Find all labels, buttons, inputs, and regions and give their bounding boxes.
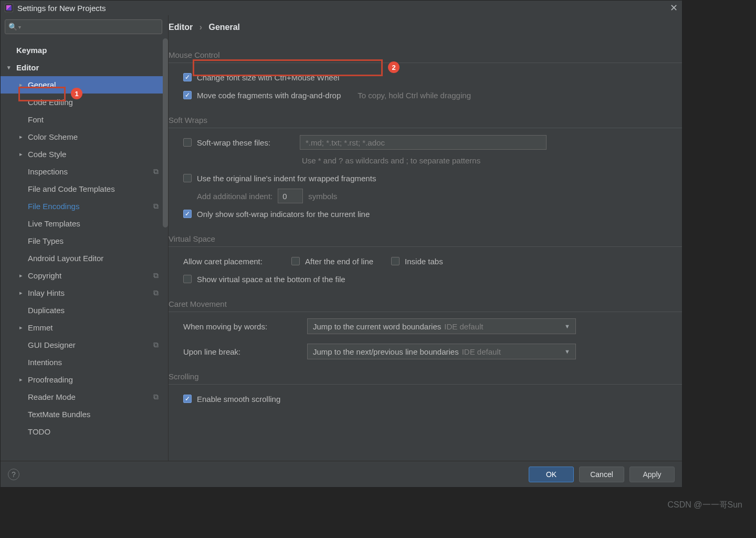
breadcrumb: Editor › General: [169, 15, 682, 40]
tree-item-file-types[interactable]: File Types: [1, 232, 168, 250]
cancel-button[interactable]: Cancel: [579, 467, 624, 482]
checkbox[interactable]: [291, 257, 300, 265]
tree-item-intentions[interactable]: Intentions: [1, 354, 168, 371]
checkbox[interactable]: [183, 210, 192, 218]
search-input[interactable]: 🔍 ▾: [5, 19, 162, 34]
label-line-break: Upon line break:: [183, 347, 302, 356]
label-allow-caret: Allow caret placement:: [183, 257, 286, 266]
label-by-words: When moving by words:: [183, 322, 302, 331]
checkbox[interactable]: [183, 138, 192, 147]
tree-item-color-scheme[interactable]: ▸Color Scheme: [1, 128, 168, 146]
tree-item-code-editing[interactable]: Code Editing: [1, 94, 168, 111]
chevron-right-icon: ▸: [19, 81, 23, 88]
annotation-badge-1: 1: [71, 88, 82, 99]
section-scrolling: Scrolling: [169, 370, 682, 385]
tree-item-code-style[interactable]: ▸Code Style: [1, 146, 168, 163]
section-caret-movement: Caret Movement: [169, 297, 682, 312]
tree-item-live-templates[interactable]: Live Templates: [1, 215, 168, 232]
tree-item-gui-designer[interactable]: GUI Designer⧉: [1, 336, 168, 354]
option-move-fragments[interactable]: Move code fragments with drag-and-drop: [197, 91, 341, 100]
scope-icon: ⧉: [153, 202, 159, 211]
chevron-down-icon: ▼: [564, 323, 570, 329]
chevron-right-icon: ▸: [19, 289, 23, 296]
chevron-right-icon: ▸: [19, 376, 23, 383]
tree-item-duplicates[interactable]: Duplicates: [1, 302, 168, 319]
select-by-words[interactable]: Jump to the current word boundariesIDE d…: [307, 318, 576, 334]
checkbox[interactable]: [183, 395, 192, 403]
scope-icon: ⧉: [153, 167, 159, 176]
apply-button[interactable]: Apply: [629, 467, 675, 482]
breadcrumb-item[interactable]: Editor: [169, 23, 193, 32]
main-panel: Editor › General Mouse Control Change fo…: [169, 15, 682, 461]
option-show-virtual-space[interactable]: Show virtual space at the bottom of the …: [197, 275, 345, 284]
checkbox[interactable]: [183, 174, 192, 182]
watermark: CSDN @一一哥Sun: [668, 500, 743, 511]
tree-item-general[interactable]: ▸General: [1, 76, 168, 94]
tree-item-textmate[interactable]: TextMate Bundles: [1, 406, 168, 423]
option-use-original-indent[interactable]: Use the original line's indent for wrapp…: [197, 174, 376, 183]
tree-item-file-encodings[interactable]: File Encodings⧉: [1, 198, 168, 215]
chevron-right-icon: ▸: [19, 324, 23, 331]
section-soft-wraps: Soft Wraps: [169, 113, 682, 128]
label-symbols: symbols: [308, 192, 337, 201]
annotation-badge-2: 2: [388, 61, 400, 73]
label-add-indent: Add additional indent:: [197, 192, 272, 201]
tree-item-editor[interactable]: ▾Editor: [1, 59, 168, 76]
chevron-down-icon: ▾: [7, 64, 10, 71]
additional-indent-input[interactable]: [278, 189, 303, 203]
checkbox[interactable]: [391, 257, 400, 265]
sidebar: 🔍 ▾ Keymap ▾Editor ▸General Code Editing…: [1, 15, 169, 461]
checkbox[interactable]: [183, 275, 192, 283]
option-change-font-size[interactable]: Change font size with Ctrl+Mouse Wheel: [183, 68, 682, 86]
tree-item-inspections[interactable]: Inspections⧉: [1, 163, 168, 180]
option-smooth-scrolling[interactable]: Enable smooth scrolling: [197, 395, 280, 404]
ok-button[interactable]: OK: [529, 467, 574, 482]
tree-item-font[interactable]: Font: [1, 111, 168, 128]
tree-item-proofreading[interactable]: ▸Proofreading: [1, 371, 168, 388]
tree-item-android-layout[interactable]: Android Layout Editor: [1, 250, 168, 267]
dropdown-icon[interactable]: ▾: [18, 24, 21, 30]
soft-wrap-patterns-input[interactable]: *.md; *.txt; *.rst; *.adoc: [300, 135, 547, 150]
window-title: Settings for New Projects: [17, 4, 106, 13]
close-icon[interactable]: ✕: [670, 2, 678, 14]
option-only-show-indicators[interactable]: Only show soft-wrap indicators for the c…: [197, 210, 370, 219]
tree-item-copyright[interactable]: ▸Copyright⧉: [1, 267, 168, 284]
help-button[interactable]: ?: [8, 469, 19, 480]
settings-tree: Keymap ▾Editor ▸General Code Editing Fon…: [1, 38, 168, 461]
chevron-down-icon: ▼: [564, 348, 570, 355]
scope-icon: ⧉: [153, 271, 159, 280]
sidebar-scrollbar[interactable]: [163, 38, 168, 461]
section-virtual-space: Virtual Space: [169, 232, 682, 247]
scope-icon: ⧉: [153, 288, 159, 297]
option-after-eol[interactable]: After the end of line: [305, 257, 373, 266]
chevron-right-icon: ▸: [19, 151, 23, 158]
tree-item-keymap[interactable]: Keymap: [1, 42, 168, 59]
tree-item-todo[interactable]: TODO: [1, 423, 168, 440]
option-inside-tabs[interactable]: Inside tabs: [405, 257, 443, 266]
dialog-footer: ? OK Cancel Apply: [1, 461, 682, 487]
checkbox[interactable]: [183, 91, 192, 99]
title-bar: Settings for New Projects ✕: [1, 1, 682, 15]
app-icon: [5, 4, 13, 12]
chevron-right-icon: ▸: [19, 272, 23, 279]
search-icon: 🔍: [8, 23, 17, 31]
scope-icon: ⧉: [153, 392, 159, 401]
tree-item-emmet[interactable]: ▸Emmet: [1, 319, 168, 336]
hint-text: To copy, hold Ctrl while dragging: [358, 91, 471, 100]
section-mouse-control: Mouse Control: [169, 48, 682, 63]
chevron-right-icon: ›: [200, 23, 202, 32]
checkbox[interactable]: [183, 73, 192, 81]
chevron-right-icon: ▸: [19, 133, 23, 140]
tree-item-inlay-hints[interactable]: ▸Inlay Hints⧉: [1, 284, 168, 302]
tree-item-file-templates[interactable]: File and Code Templates: [1, 180, 168, 198]
select-line-break[interactable]: Jump to the next/previous line boundarie…: [307, 344, 576, 359]
hint-text: Use * and ? as wildcards and ; to separa…: [302, 156, 480, 165]
option-soft-wrap-files[interactable]: Soft-wrap these files:: [197, 138, 295, 147]
scope-icon: ⧉: [153, 340, 159, 349]
tree-item-reader-mode[interactable]: Reader Mode⧉: [1, 388, 168, 406]
breadcrumb-item: General: [208, 23, 240, 32]
